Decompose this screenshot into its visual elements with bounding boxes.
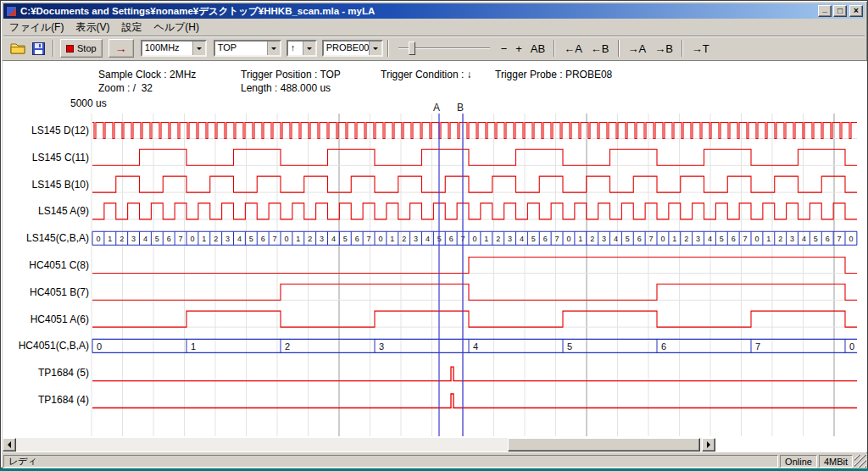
memory-indicator: 4MBit	[819, 455, 853, 468]
clock-select[interactable]: 100MHz	[141, 40, 207, 57]
waveform-trace	[92, 123, 857, 139]
bus-value: 6	[543, 235, 548, 243]
bus-value: 2	[402, 235, 406, 243]
bus-value: 2	[285, 341, 290, 352]
channel-label: LS145(C,B,A)	[26, 232, 89, 244]
toolbar-separator	[53, 40, 54, 57]
bus-value: 2	[684, 235, 688, 243]
save-button[interactable]	[28, 39, 48, 58]
stop-label: Stop	[77, 43, 97, 53]
probe-value: PROBE00	[324, 42, 369, 55]
trigger-position-select[interactable]: TOP	[214, 40, 281, 57]
chevron-down-icon	[192, 42, 205, 55]
bus-value: 6	[826, 235, 830, 243]
bus-value: 7	[837, 235, 842, 243]
waveform-trace	[92, 284, 857, 300]
bus-value: 3	[696, 235, 700, 243]
bus-value: 0	[96, 235, 100, 243]
bus-value: 4	[802, 235, 806, 243]
trigger-edge-value: ↑	[288, 42, 303, 55]
zoom-out-button[interactable]: −	[497, 39, 512, 58]
resize-grip[interactable]	[854, 455, 866, 468]
toolbar-separator	[387, 40, 389, 57]
close-button[interactable]: ×	[849, 5, 863, 17]
menu-item-view[interactable]: 表示(V)	[70, 19, 115, 36]
app-window: C:¥Documents and Settings¥noname¥デスクトップ¥…	[0, 0, 868, 468]
title-bar[interactable]: C:¥Documents and Settings¥noname¥デスクトップ¥…	[3, 3, 865, 19]
menu-item-file[interactable]: ファイル(F)	[3, 19, 70, 36]
bus-value: 3	[790, 235, 794, 243]
bus-value: 3	[602, 235, 606, 243]
bus-value: 2	[496, 235, 500, 243]
bus-value: 7	[273, 235, 277, 243]
bus-value: 7	[649, 235, 654, 243]
chevron-down-icon	[369, 42, 381, 55]
scroll-right-button[interactable]	[702, 438, 715, 452]
bus-value: 5	[343, 235, 348, 243]
bus-value: 7	[743, 235, 748, 243]
bus-value: 4	[426, 235, 430, 243]
minimize-button[interactable]: _	[818, 5, 832, 17]
bus-value: 1	[202, 235, 206, 243]
bus-value: 5	[720, 235, 724, 243]
fwd-b-button[interactable]: →B	[650, 39, 677, 58]
goto-a-button[interactable]: ←A	[559, 39, 587, 58]
toolbar-separator	[682, 40, 683, 57]
channel-label: LS145 A(9)	[38, 205, 89, 217]
waveform-trace	[92, 203, 857, 219]
ab-button[interactable]: AB	[526, 39, 549, 58]
bus-value: 3	[508, 235, 512, 243]
app-icon[interactable]	[6, 6, 17, 17]
bus-value: 7	[367, 235, 371, 243]
bus-value: 7	[179, 235, 183, 243]
scrollbar-thumb[interactable]	[508, 438, 700, 452]
bus-value: 4	[708, 235, 712, 243]
channel-label: HC4051 C(8)	[29, 259, 89, 271]
scroll-left-button[interactable]	[3, 438, 16, 452]
probe-select[interactable]: PROBE00	[322, 40, 383, 57]
channel-label: LS145 D(12)	[31, 125, 89, 136]
trigger-condition-text: Trigger Condition : ↓	[381, 69, 472, 80]
bus-value: 5	[249, 235, 253, 243]
maximize-button[interactable]: □	[833, 5, 847, 17]
window-title: C:¥Documents and Settings¥noname¥デスクトップ¥…	[20, 5, 816, 18]
run-button[interactable]: →	[108, 39, 134, 58]
fwd-a-button[interactable]: →A	[624, 39, 651, 58]
bus-value: 0	[660, 235, 665, 243]
trigger-probe-text: Trigger Probe : PROBE08	[495, 69, 612, 80]
trigger-position-value: TOP	[215, 42, 267, 55]
bus-value: 2	[214, 235, 218, 243]
zoom-slider[interactable]	[398, 40, 490, 57]
goto-trigger-button[interactable]: →T	[687, 39, 714, 58]
bus-value: 7	[555, 235, 559, 243]
bus-value: 4	[331, 235, 336, 243]
zoom-in-button[interactable]: +	[511, 39, 526, 58]
bus-value: 2	[590, 235, 594, 243]
goto-b-button[interactable]: ←B	[587, 39, 614, 58]
bus-value: 1	[672, 235, 676, 243]
bus-value: 4	[520, 235, 524, 243]
bus-value: 1	[191, 341, 196, 352]
bus-value: 1	[578, 235, 582, 243]
cursor-a-label: A	[433, 102, 440, 114]
menu-item-settings[interactable]: 設定	[115, 19, 147, 36]
bus-value: 0	[284, 235, 288, 243]
bus-value: 0	[754, 235, 759, 243]
trigger-edge-select[interactable]: ↑	[287, 40, 317, 57]
menu-item-help[interactable]: ヘルプ(H)	[147, 19, 205, 36]
stop-button[interactable]: Stop	[60, 39, 103, 58]
bus-value: 3	[379, 341, 384, 352]
bus-value: 6	[261, 235, 265, 243]
status-message: レディ	[3, 455, 778, 468]
bus-value: 6	[355, 235, 359, 243]
scrollbar-track[interactable]	[16, 438, 702, 452]
bus-value: 6	[637, 235, 642, 243]
bus-value: 3	[225, 235, 230, 243]
toolbar: Stop → 100MHz TOP ↑ PROBE00 − + AB ←A ←B	[3, 36, 865, 60]
bus-value: 3	[320, 235, 324, 243]
slider-thumb[interactable]	[409, 42, 415, 55]
open-button[interactable]	[8, 39, 28, 58]
bus-value: 1	[484, 235, 488, 243]
waveform-plot[interactable]: 0123456701234567012345670123456701234567…	[3, 100, 867, 452]
h-scrollbar[interactable]	[3, 438, 715, 452]
